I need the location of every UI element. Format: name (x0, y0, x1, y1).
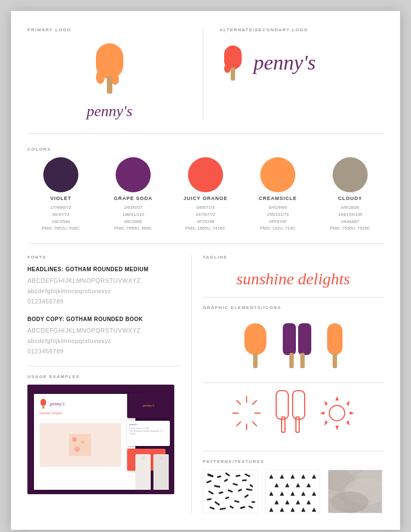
svg-point-1 (96, 71, 105, 84)
primary-popsicle-icon (85, 38, 134, 98)
headline-font-block: HEADLINES: GOTHAM ROUNDED MEDIUM ABCDEFG… (27, 266, 180, 306)
svg-rect-29 (276, 391, 288, 419)
color-circle-violet (43, 157, 78, 192)
svg-rect-13 (244, 323, 266, 355)
body-chars-lower: abcdefghijklmnopqrstuvwxyz (27, 336, 180, 346)
svg-point-10 (72, 437, 77, 442)
color-info-cloudy: 0/6/18/36 164/154/135 #A49A87 PMS: 7536U… (330, 204, 370, 232)
solid-icons-row (203, 316, 384, 379)
alternate-logo-label: ALTERNATE/SECONDARY LOGO (220, 27, 384, 32)
color-circle-creamsicle (260, 157, 295, 192)
usage-label: USAGE EXAMPLES (27, 374, 180, 379)
svg-line-27 (253, 401, 256, 404)
primary-logo-section: PRIMARY LOGO penny's (27, 27, 203, 120)
mockup-card-name: penny's (129, 423, 168, 426)
logos-section: PRIMARY LOGO penny's ALTERNATE/SECONDARY… (27, 27, 384, 134)
color-info-orange: 0/65/71/3 247/87/72 #F75748 PMS: 1665U, … (185, 204, 225, 232)
alternate-logo-content: penny's (220, 43, 384, 82)
headline-font-label: HEADLINES: GOTHAM ROUNDED MEDIUM (27, 266, 180, 272)
color-juicy-orange: JUICY ORANGE 0/65/71/3 247/87/72 #F75748… (172, 157, 239, 232)
primary-brand-name: penny's (87, 102, 133, 120)
patterns-label: PATTERNS/TEXTURES (203, 459, 384, 464)
svg-rect-17 (289, 353, 294, 368)
svg-rect-8 (42, 405, 44, 409)
pattern-texture-icon (328, 470, 383, 513)
color-info-violet: 17/49/0/72 60/37/72 #3C2548 PMS: 7652U, … (42, 204, 80, 232)
solid-popsicle-narrow-icon (324, 321, 345, 370)
mockup-card-white: penny's Penny Simon • 1234123 Sunshine R… (127, 421, 170, 446)
svg-rect-16 (298, 323, 311, 355)
pattern-triangles-icon (265, 470, 320, 513)
svg-marker-40 (324, 420, 328, 426)
color-creamsicle: CREAMSICLE 0/41/69/0 255/151/79 #FF974F … (244, 157, 311, 232)
color-name-orange: JUICY ORANGE (184, 196, 227, 201)
body-chars-upper: ABCDEFGHIJKLMNOPQRSTUVWXYZ (27, 325, 180, 336)
svg-marker-39 (346, 401, 350, 406)
svg-rect-6 (231, 67, 235, 81)
mockup-letterhead: penny's sunshine delights (34, 394, 135, 490)
color-name-grape: GRAPE SODA (114, 196, 153, 201)
svg-marker-38 (324, 401, 328, 406)
primary-logo-label: PRIMARY LOGO (27, 27, 192, 32)
svg-rect-3 (107, 76, 112, 94)
svg-rect-9 (69, 434, 91, 456)
mockup-card-text: penny's (143, 403, 155, 408)
svg-rect-19 (327, 323, 342, 355)
solid-popsicle-purple-icon (281, 321, 313, 370)
colors-section: COLORS VIOLET 17/49/0/72 60/37/72 #3C254… (27, 147, 384, 244)
color-name-creamsicle: CREAMSICLE (259, 196, 297, 201)
svg-marker-35 (335, 426, 339, 430)
usage-examples-section: USAGE EXAMPLES penny's s (27, 366, 180, 494)
mockup-card-contact: Penny Simon • 1234123 Sunshine Road, Del… (129, 427, 168, 435)
alternate-popsicle-icon (220, 43, 246, 82)
mockup-image-placeholder (39, 423, 121, 467)
color-info-grape: 2/63/0/57 108/41/110 #6C296E PMS: 7650U,… (115, 204, 152, 232)
tagline-icons-section: TAGLINE sunshine delights GRAPHIC ELEMEN… (192, 255, 384, 513)
color-name-violet: VIOLET (50, 196, 72, 201)
body-font-block: BODY COPY: GOTHAM ROUNDED BOOK ABCDEFGHI… (27, 316, 180, 356)
svg-rect-20 (333, 353, 337, 368)
svg-point-11 (81, 441, 84, 444)
mockup-tags (135, 454, 169, 490)
patterns-row (203, 470, 384, 513)
alternate-brand-name: penny's (254, 50, 316, 75)
color-violet: VIOLET 17/49/0/72 60/37/72 #3C2548 PMS: … (27, 157, 94, 232)
svg-rect-14 (253, 353, 258, 368)
color-circle-orange (188, 157, 223, 192)
outline-popsicle-icon (274, 388, 307, 438)
svg-line-28 (237, 422, 241, 426)
mockup-brand-name: penny's (50, 401, 65, 407)
svg-marker-34 (335, 396, 339, 401)
primary-logo-content: penny's (27, 38, 192, 120)
svg-marker-41 (346, 420, 350, 426)
bottom-row: FONTS HEADLINES: GOTHAM ROUNDED MEDIUM A… (27, 255, 384, 513)
solid-popsicle-orange-icon (241, 321, 270, 370)
mockup-tagline: sunshine delights (39, 411, 130, 415)
svg-marker-37 (350, 411, 354, 415)
svg-line-26 (253, 422, 256, 426)
tag-hole-1 (141, 456, 145, 460)
usage-mockup-box: penny's sunshine delights (27, 385, 174, 494)
svg-point-5 (224, 64, 231, 73)
mockup-popsicle-icon (39, 398, 47, 409)
brand-guide-page: PRIMARY LOGO penny's ALTERNATE/SECONDARY… (11, 11, 400, 530)
outline-sun-icon (318, 394, 356, 432)
mockup-tag-2 (153, 454, 169, 490)
colors-row: VIOLET 17/49/0/72 60/37/72 #3C2548 PMS: … (27, 157, 384, 232)
svg-point-12 (75, 447, 80, 452)
alternate-logo-section: ALTERNATE/SECONDARY LOGO penny's (203, 27, 384, 120)
headline-chars-nums: 0123456789 (27, 296, 180, 307)
tagline-text: sunshine delights (203, 270, 384, 288)
patterns-section: PATTERNS/TEXTURES (203, 451, 384, 513)
color-circle-grape (116, 157, 151, 192)
tagline-section-label: TAGLINE (203, 255, 384, 260)
pattern-marks-icon (203, 470, 258, 513)
icons-section-label: GRAPHIC ELEMENTS/ICONS (203, 297, 384, 310)
color-grape-soda: GRAPE SODA 2/63/0/57 108/41/110 #6C296E … (100, 157, 167, 232)
mockup-logo-row: penny's (39, 398, 130, 409)
headline-chars-lower: abcdefghijklmnopqrstuvwxyz (27, 286, 180, 296)
outline-rays-icon (230, 394, 263, 432)
svg-rect-18 (300, 353, 305, 368)
svg-point-33 (329, 405, 345, 421)
mockup-pattern-icon (69, 434, 91, 456)
